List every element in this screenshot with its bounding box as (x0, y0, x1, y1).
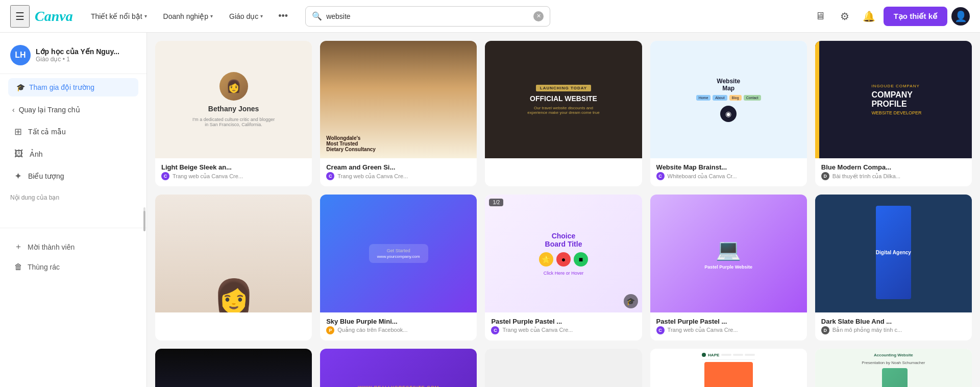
card-thumbnail: ChoiceBoard Title ⭐ ● ■ Click Here or Ho… (485, 195, 642, 312)
dsc-hero-text: Digital Agency (876, 250, 911, 255)
doanh-nghiep-menu[interactable]: Doanh nghiệp ▾ (157, 9, 219, 23)
card-preview: 👻 (485, 349, 642, 387)
doanh-nghiep-caret: ▾ (210, 13, 213, 19)
sidebar-scrollbar[interactable] (143, 207, 145, 220)
monitor-icon-button[interactable]: 🖥 (810, 6, 830, 27)
card-info: Dark Slate Blue And ... D Bản mô phỏng m… (815, 312, 972, 341)
sidebar-item-photos[interactable]: 🖼 Ảnh (4, 143, 142, 164)
card-preview: 👩 Bethany Jones I'm a dedicated culture … (155, 41, 312, 158)
card-subtitle (161, 327, 306, 334)
join-team-button[interactable]: 🎓 Tham gia đội trường (8, 78, 138, 96)
cp-content: INGOUDE COMPANY COMPANYPROFILE WEBSITE D… (865, 84, 921, 115)
author-icon: C (491, 326, 499, 334)
template-card-pastel-purple[interactable]: 💻 Pastel Purple Website Pastel Purple Pa… (650, 195, 807, 340)
user-avatar[interactable]: 👤 (951, 7, 970, 26)
nav-dot-1 (702, 353, 706, 357)
icons-icon: ✦ (14, 171, 22, 182)
author-icon: C (656, 326, 665, 334)
author-icon: C (656, 172, 665, 180)
card-thumbnail: Accounting Website Presentation by Noah … (815, 349, 972, 387)
photos-label: Ảnh (30, 150, 43, 158)
card-thumbnail: Wollongdale'sMost TrustedDietary Consult… (320, 41, 477, 158)
sidebar-item-all-templates[interactable]: ⊞ Tất cả mẫu (4, 121, 142, 142)
wm-heading: WebsiteMap (717, 78, 740, 92)
sidebar-user-subtitle: Giáo dục • 1 (36, 56, 136, 63)
cb-title: ChoiceBoard Title (545, 232, 582, 248)
template-card-dark-slate[interactable]: Digital Agency Dark Slate Blue And ... D… (815, 195, 972, 340)
template-card-blue-travel[interactable]: Soar for less Best travel deals & offers… (155, 349, 312, 387)
card-title: Cream and Green Si... (326, 163, 471, 171)
sbc-url: www.yourcompany.com (377, 254, 420, 259)
grid-icon: ⊞ (14, 126, 22, 137)
cb-item-3: ■ (574, 252, 588, 267)
card-subtitle (491, 173, 635, 180)
notifications-icon-button[interactable]: 🔔 (859, 6, 879, 27)
more-menu-button[interactable]: ••• (273, 8, 293, 25)
template-card-cream-green[interactable]: Wollongdale'sMost TrustedDietary Consult… (320, 41, 477, 186)
card-subtitle: P Quảng cáo trên Facebook... (326, 326, 471, 334)
photo-icon: 🖼 (14, 149, 23, 159)
template-card-white-orange[interactable]: HAPE We Make You A NextLevel Website 920… (650, 349, 807, 387)
trash-label: Thùng rác (28, 263, 60, 271)
card-preview: ChoiceBoard Title ⭐ ● ■ Click Here or Ho… (485, 195, 642, 312)
card-thumbnail: WebsiteMap Home About Blog Contact ◉ (650, 41, 807, 158)
template-card-light-beige[interactable]: 👩 Bethany Jones I'm a dedicated culture … (155, 41, 312, 186)
card-author: Bài thuyết trình của Dilka... (832, 173, 900, 180)
author-icon: C (161, 172, 169, 180)
woman-figure: 👩 (213, 280, 254, 312)
trash-button[interactable]: 🗑 Thùng rác (8, 257, 138, 277)
card-preview: www.reallygrestsite.com WebsiteDevelopme… (320, 349, 477, 387)
template-card-company-profile[interactable]: INGOUDE COMPANY COMPANYPROFILE WEBSITE D… (815, 41, 972, 186)
template-card-official[interactable]: Launching Today OFFICIAL WEBSITE Our tra… (485, 41, 642, 186)
settings-icon-button[interactable]: ⚙ (835, 6, 855, 27)
template-card-woman[interactable]: 👩 (155, 195, 312, 340)
create-design-button[interactable]: Tạo thiết kế (884, 7, 947, 26)
back-label: Quay lại Trang chủ (19, 106, 80, 114)
search-input[interactable] (326, 12, 533, 20)
card-thumbnail: INGOUDE COMPANY COMPANYPROFILE WEBSITE D… (815, 41, 972, 158)
card-title: Dark Slate Blue And ... (821, 318, 966, 325)
wm-box-4: Contact (744, 95, 761, 101)
template-card-web-design-ghost[interactable]: 👻 Web Design & Devel... G Bài đăng Faceb… (485, 349, 642, 387)
top-navigation: ☰ Canva Thiết kế nổi bật ▾ Doanh nghiệp … (0, 0, 980, 33)
card-info: Light Beige Sleek an... C Trang web của … (155, 158, 312, 186)
back-to-home-button[interactable]: ‹ Quay lại Trang chủ (4, 101, 142, 119)
card-thumbnail: Digital Agency (815, 195, 972, 312)
invite-member-button[interactable]: ＋ Mời thành viên (8, 236, 138, 257)
template-card-website-map[interactable]: WebsiteMap Home About Blog Contact ◉ Web… (650, 41, 807, 186)
giao-duc-menu[interactable]: Giáo dục ▾ (223, 9, 269, 23)
woc-links (721, 354, 755, 356)
thiet-ke-menu[interactable]: Thiết kế nổi bật ▾ (85, 9, 153, 23)
dsc-nav (892, 201, 895, 203)
main-content: 👩 Bethany Jones I'm a dedicated culture … (147, 33, 980, 387)
card-subtitle: C Trang web của Canva Cre... (161, 172, 306, 180)
card-thumbnail: Launching Today OFFICIAL WEBSITE Our tra… (485, 41, 642, 158)
card-thumbnail: 👻 (485, 349, 642, 387)
trash-icon: 🗑 (14, 262, 22, 272)
template-card-choice-board[interactable]: ChoiceBoard Title ⭐ ● ■ Click Here or Ho… (485, 195, 642, 340)
hamburger-menu-button[interactable]: ☰ (10, 5, 30, 28)
card-subtitle: D Bài thuyết trình của Dilka... (821, 172, 966, 180)
card-thumbnail: HAPE We Make You A NextLevel Website 920… (650, 349, 807, 387)
sidebar-item-icons[interactable]: ✦ Biểu tượng (4, 165, 142, 187)
thiet-ke-caret: ▾ (144, 13, 147, 19)
card-thumbnail: 👩 (155, 195, 312, 312)
card-author: Quảng cáo trên Facebook... (337, 327, 407, 333)
card-author: Trang web của Canva Cre... (337, 173, 408, 180)
template-card-web-dev[interactable]: www.reallygrestsite.com WebsiteDevelopme… (320, 349, 477, 387)
sidebar-user-name: Lớp học của Yến Nguy... (36, 47, 136, 56)
card-thumbnail: 💻 Pastel Purple Website (650, 195, 807, 312)
template-card-sky-blue[interactable]: Get Started www.yourcompany.com Sky Blue… (320, 195, 477, 340)
pastel-text: Pastel Purple Website (704, 264, 752, 270)
canva-logo[interactable]: Canva (34, 8, 75, 25)
template-card-accounting[interactable]: Accounting Website Presentation by Noah … (815, 349, 972, 387)
woc-nav: HAPE (702, 353, 755, 360)
icons-label: Biểu tượng (28, 172, 64, 180)
giao-duc-label: Giáo dục (229, 12, 258, 20)
wdc-label: www.reallygrestsite.com (358, 385, 439, 387)
ac-subtitle: Presentation by Noah Schumacher (862, 360, 925, 365)
search-clear-button[interactable]: ✕ (533, 11, 544, 21)
card-preview: INGOUDE COMPANY COMPANYPROFILE WEBSITE D… (815, 41, 972, 158)
card-subtitle: C Whiteboard của Canva Cr... (656, 172, 801, 180)
avatar-placeholder: 👤 (954, 10, 967, 22)
